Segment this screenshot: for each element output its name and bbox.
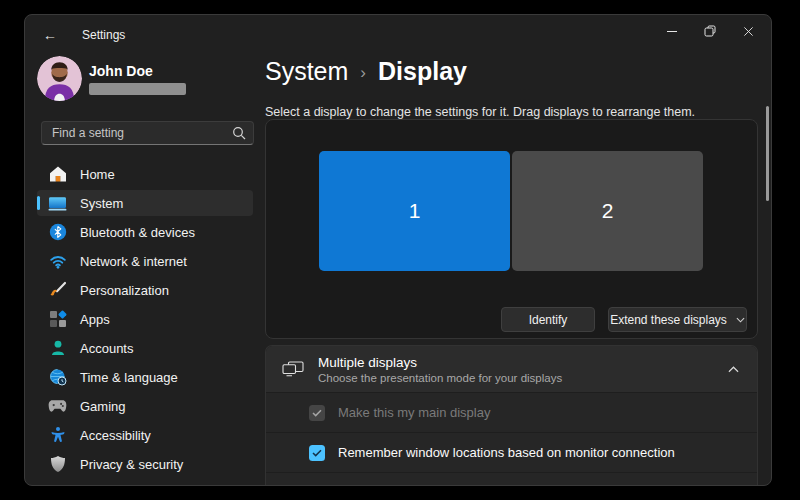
home-icon bbox=[48, 165, 67, 184]
sidebar-nav: Home System Bluetooth & devices Network … bbox=[37, 161, 253, 480]
close-button[interactable] bbox=[729, 15, 767, 47]
multiple-displays-texts: Multiple displays Choose the presentatio… bbox=[318, 355, 562, 384]
search-box bbox=[41, 121, 254, 145]
avatar-image bbox=[37, 56, 82, 101]
option-make-main-display: Make this my main display bbox=[266, 393, 757, 433]
back-button[interactable]: ← bbox=[41, 26, 59, 44]
page-title: Display bbox=[378, 57, 467, 86]
sidebar-item-label: Accounts bbox=[80, 341, 133, 356]
desktop-background: ← Settings bbox=[0, 0, 800, 500]
sidebar-item-apps[interactable]: Apps bbox=[37, 306, 253, 332]
breadcrumb-chevron-icon: › bbox=[360, 63, 366, 83]
minimize-icon bbox=[667, 31, 677, 32]
expander-toggle[interactable] bbox=[728, 366, 739, 373]
sidebar-item-label: Time & language bbox=[80, 370, 178, 385]
accessibility-icon bbox=[48, 426, 67, 445]
check-icon bbox=[312, 409, 322, 417]
identify-button-label: Identify bbox=[529, 313, 568, 327]
bluetooth-icon bbox=[48, 223, 67, 242]
monitor-1[interactable]: 1 bbox=[319, 151, 510, 271]
option-minimize-windows[interactable]: Minimize windows when a monitor is disco… bbox=[266, 473, 757, 486]
check-icon bbox=[312, 449, 322, 457]
checkbox-make-main-display bbox=[309, 405, 325, 421]
sidebar-item-label: Accessibility bbox=[80, 428, 151, 443]
sidebar-item-home[interactable]: Home bbox=[37, 161, 253, 187]
sidebar-item-gaming[interactable]: Gaming bbox=[37, 393, 253, 419]
option-label: Minimize windows when a monitor is disco… bbox=[338, 485, 628, 486]
multiple-displays-card: Multiple displays Choose the presentatio… bbox=[265, 345, 758, 486]
monitor-2-number: 2 bbox=[602, 199, 614, 223]
sidebar-item-accessibility[interactable]: Accessibility bbox=[37, 422, 253, 448]
monitor-1-number: 1 bbox=[409, 199, 421, 223]
option-label: Remember window locations based on monit… bbox=[338, 445, 675, 460]
option-label: Make this my main display bbox=[338, 405, 490, 420]
chevron-down-icon bbox=[736, 317, 745, 323]
profile-detail-redacted bbox=[89, 83, 186, 95]
settings-window: ← Settings bbox=[24, 14, 772, 486]
avatar[interactable] bbox=[37, 56, 82, 101]
sidebar-item-bluetooth-devices[interactable]: Bluetooth & devices bbox=[37, 219, 253, 245]
sidebar-item-time-language[interactable]: Time & language bbox=[37, 364, 253, 390]
sidebar-item-accounts[interactable]: Accounts bbox=[37, 335, 253, 361]
monitor-2[interactable]: 2 bbox=[512, 151, 703, 271]
sidebar-item-label: Gaming bbox=[80, 399, 126, 414]
sidebar-item-label: Privacy & security bbox=[80, 457, 183, 472]
sidebar-item-privacy-security[interactable]: Privacy & security bbox=[37, 451, 253, 477]
system-icon bbox=[48, 194, 67, 213]
sidebar-item-personalization[interactable]: Personalization bbox=[37, 277, 253, 303]
display-mode-label: Extend these displays bbox=[610, 313, 727, 327]
time-language-icon bbox=[48, 368, 67, 387]
multiple-displays-subtitle: Choose the presentation mode for your di… bbox=[318, 372, 562, 384]
sidebar-item-label: Home bbox=[80, 167, 115, 182]
personalization-icon bbox=[48, 281, 67, 300]
sidebar-item-label: Apps bbox=[80, 312, 110, 327]
checkbox-minimize-windows[interactable] bbox=[309, 485, 325, 487]
chevron-up-icon bbox=[728, 366, 739, 373]
scrollbar-thumb[interactable] bbox=[766, 106, 769, 201]
sidebar-item-label: Bluetooth & devices bbox=[80, 225, 195, 240]
sidebar-item-system[interactable]: System bbox=[37, 190, 253, 216]
sidebar-item-network-internet[interactable]: Network & internet bbox=[37, 248, 253, 274]
display-mode-dropdown[interactable]: Extend these displays bbox=[608, 307, 747, 332]
apps-icon bbox=[48, 310, 67, 329]
profile-name: John Doe bbox=[89, 63, 153, 79]
maximize-icon bbox=[704, 25, 716, 37]
breadcrumb: System › Display bbox=[265, 57, 467, 86]
caption-controls bbox=[653, 15, 767, 47]
search-icon bbox=[232, 126, 246, 140]
breadcrumb-system[interactable]: System bbox=[265, 57, 348, 86]
titlebar: ← Settings bbox=[41, 24, 125, 46]
maximize-button[interactable] bbox=[691, 15, 729, 47]
multiple-displays-icon bbox=[282, 361, 304, 377]
page-subtitle: Select a display to change the settings … bbox=[265, 105, 695, 119]
identify-button[interactable]: Identify bbox=[501, 307, 595, 332]
multiple-displays-header[interactable]: Multiple displays Choose the presentatio… bbox=[266, 346, 757, 393]
search-input[interactable] bbox=[41, 121, 254, 145]
sidebar-item-label: Network & internet bbox=[80, 254, 187, 269]
close-icon bbox=[743, 26, 754, 37]
privacy-icon bbox=[48, 455, 67, 474]
network-icon bbox=[48, 252, 67, 271]
back-arrow-icon: ← bbox=[43, 27, 57, 43]
multiple-displays-title: Multiple displays bbox=[318, 355, 562, 370]
minimize-button[interactable] bbox=[653, 15, 691, 47]
window-title: Settings bbox=[82, 28, 125, 42]
checkbox-remember-window-locations[interactable] bbox=[309, 445, 325, 461]
sidebar-item-label: Personalization bbox=[80, 283, 169, 298]
option-remember-window-locations[interactable]: Remember window locations based on monit… bbox=[266, 433, 757, 473]
accounts-icon bbox=[48, 339, 67, 358]
sidebar-item-label: System bbox=[80, 196, 123, 211]
display-arrangement-panel: 1 2 Identify Extend these displays bbox=[265, 119, 758, 339]
gaming-icon bbox=[48, 397, 67, 416]
